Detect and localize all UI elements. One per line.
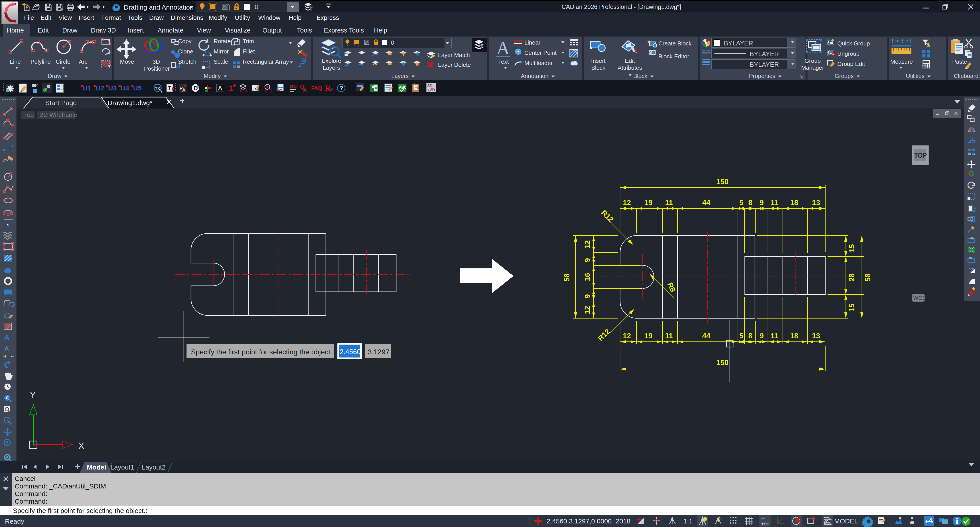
svg-text:R12: R12 [596, 327, 612, 343]
svg-text:9: 9 [583, 258, 591, 262]
svg-text:A: A [4, 333, 10, 342]
svg-text:13: 13 [812, 332, 820, 340]
svg-text:R12: R12 [600, 209, 615, 224]
svg-text:X: X [78, 441, 84, 450]
svg-text:150: 150 [716, 177, 729, 186]
svg-text:2D: 2D [430, 88, 435, 92]
svg-text:2.4560: 2.4560 [340, 348, 361, 356]
svg-text:12: 12 [583, 306, 591, 314]
svg-text:11: 11 [665, 332, 673, 340]
svg-text:U5: U5 [133, 85, 142, 92]
svg-text:Layout1: Layout1 [110, 463, 134, 471]
svg-text:15: 15 [848, 303, 856, 312]
svg-text:R8: R8 [666, 281, 677, 293]
svg-text:12: 12 [623, 332, 631, 340]
svg-text:44: 44 [702, 332, 710, 340]
svg-text:8: 8 [748, 198, 752, 207]
svg-text:ABC: ABC [399, 86, 407, 89]
svg-text:16: 16 [583, 273, 591, 281]
svg-text:3.1297: 3.1297 [368, 348, 390, 356]
svg-text:15: 15 [848, 244, 856, 252]
svg-text:2018: 2018 [616, 517, 630, 525]
svg-text:Specify the first point for se: Specify the first point for selecting th… [191, 348, 334, 356]
svg-text:19: 19 [644, 332, 652, 340]
svg-text:Top: Top [24, 112, 34, 118]
svg-text:Y: Y [30, 390, 36, 400]
svg-text:18: 18 [790, 198, 799, 207]
svg-text:11: 11 [770, 332, 778, 340]
svg-text:44: 44 [702, 198, 710, 207]
svg-text:58: 58 [864, 273, 872, 281]
svg-text:58: 58 [563, 273, 571, 281]
svg-text:TX: TX [155, 86, 160, 91]
svg-text:T: T [168, 85, 171, 91]
svg-text:U3: U3 [108, 85, 117, 92]
svg-text:Layout2: Layout2 [142, 463, 165, 471]
svg-text:A: A [303, 87, 307, 93]
svg-text:2.4560,3.1297,0.0000: 2.4560,3.1297,0.0000 [547, 517, 612, 525]
svg-text:11: 11 [665, 198, 673, 207]
svg-text:1: 1 [229, 84, 233, 93]
svg-text:U2: U2 [96, 85, 104, 92]
svg-text:U4: U4 [121, 85, 129, 92]
svg-text:28: 28 [848, 273, 856, 281]
svg-text:19: 19 [644, 198, 652, 207]
svg-text:Model: Model [87, 463, 106, 471]
svg-text:0: 0 [255, 3, 258, 10]
svg-text:?: ? [340, 85, 343, 91]
svg-text:11: 11 [770, 198, 778, 207]
svg-text:A: A [218, 85, 222, 92]
svg-text:150: 150 [716, 358, 729, 367]
svg-text:Drawing1.dwg*: Drawing1.dwg* [108, 99, 153, 107]
svg-text:8: 8 [748, 332, 752, 340]
svg-text:LAY: LAY [252, 87, 259, 91]
svg-text:2D Wireframe: 2D Wireframe [40, 112, 77, 118]
svg-text:1:1: 1:1 [683, 517, 693, 525]
svg-text:9: 9 [583, 294, 591, 298]
svg-text:5: 5 [740, 198, 743, 207]
svg-text:5: 5 [740, 332, 743, 340]
svg-text:SET: SET [265, 89, 272, 93]
svg-text:MODEL: MODEL [834, 517, 858, 525]
svg-text:U1: U1 [83, 85, 91, 92]
svg-text:3D: 3D [427, 84, 433, 88]
svg-text:9: 9 [760, 198, 764, 207]
svg-text:A: A [5, 345, 9, 352]
svg-text:GN: GN [290, 84, 297, 89]
svg-text:A: A [182, 87, 186, 93]
svg-text:13: 13 [812, 198, 820, 207]
svg-text:SV: SV [278, 88, 282, 91]
svg-text:TOP: TOP [914, 151, 927, 159]
svg-text:12: 12 [583, 240, 591, 248]
svg-text:9: 9 [760, 332, 764, 340]
svg-text:0: 0 [391, 40, 394, 46]
svg-text:FAQ: FAQ [311, 85, 322, 91]
svg-text:18: 18 [790, 332, 799, 340]
svg-text:SET: SET [240, 89, 248, 93]
svg-text:12: 12 [623, 198, 631, 207]
svg-text:WCS: WCS [913, 295, 926, 301]
svg-text:Start Page: Start Page [45, 99, 77, 107]
svg-text:A: A [496, 38, 510, 57]
